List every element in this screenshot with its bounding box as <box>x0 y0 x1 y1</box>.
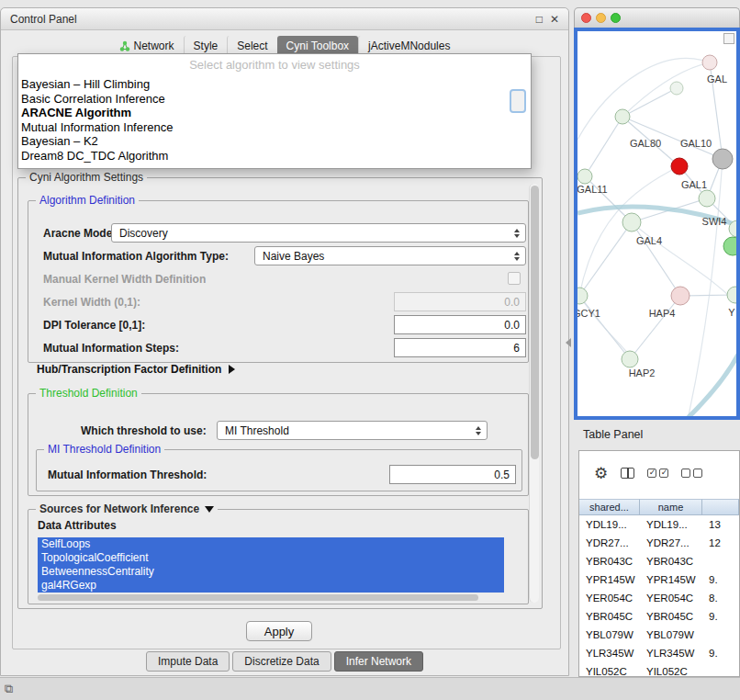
mi-type-select[interactable]: Naive Bayes <box>254 246 526 265</box>
which-threshold-select[interactable]: MI Threshold <box>217 421 488 440</box>
column-header[interactable]: shared... <box>579 499 640 515</box>
close-traffic-light-icon[interactable] <box>581 13 591 23</box>
aracne-mode-select[interactable]: Discovery <box>111 223 526 243</box>
network-node[interactable] <box>712 149 733 169</box>
table-cell: YLR345W <box>579 644 640 662</box>
tab-infer-network[interactable]: Infer Network <box>334 651 423 672</box>
algorithm-option[interactable]: ARACNE Algorithm <box>18 106 531 120</box>
spinner-arrows-icon <box>514 252 520 261</box>
scrollbar-thumb[interactable] <box>531 186 539 459</box>
dpi-tolerance-field[interactable] <box>394 315 526 334</box>
control-panel: Control Panel □ ✕ NetworkStyleSelectCyni… <box>0 7 569 676</box>
sources-header[interactable]: Sources for Network Inference <box>36 502 218 515</box>
deselect-all-icon[interactable] <box>681 469 702 478</box>
network-node[interactable] <box>577 169 592 184</box>
hub-section-label: Hub/Transcription Factor Definition <box>37 363 221 376</box>
network-node[interactable] <box>671 287 690 305</box>
splitpane-toggle-icon[interactable] <box>566 338 571 347</box>
attribute-list: SelfLoopsTopologicalCoefficientBetweenne… <box>38 537 504 593</box>
column-header[interactable] <box>702 499 739 515</box>
algorithm-option[interactable]: Bayesian – Hill Climbing <box>18 77 531 92</box>
table-row[interactable]: YBL079WYBL079W <box>579 626 739 644</box>
obscured-spinner-fragment <box>510 89 526 113</box>
network-node[interactable] <box>622 213 641 231</box>
algorithm-definition-group: Algorithm Definition Aracne Mode: Discov… <box>28 200 529 363</box>
spinner-arrows-icon <box>476 426 481 435</box>
bottom-tabbar: Impute DataDiscretize DataInfer Network <box>1 651 568 672</box>
aracne-mode-label: Aracne Mode: <box>43 227 116 240</box>
table-cell: YIL052C <box>640 662 702 677</box>
columns-icon[interactable] <box>621 468 634 479</box>
mi-steps-field[interactable] <box>394 338 526 357</box>
select-all-icon[interactable] <box>647 469 668 478</box>
algorithm-option[interactable]: Dream8 DC_TDC Algorithm <box>18 149 531 164</box>
threshold-definition-title: Threshold Definition <box>36 387 141 400</box>
gear-icon[interactable]: ⚙ <box>594 466 608 481</box>
network-view-window: GALGAL80GAL10GAL11GAL1SWI4GAL4GCY1HAP4YH… <box>574 7 740 420</box>
network-canvas[interactable]: GALGAL80GAL10GAL11GAL1SWI4GAL4GCY1HAP4YH… <box>574 28 740 420</box>
network-node[interactable] <box>622 351 638 367</box>
network-window-titlebar <box>574 7 740 28</box>
attribute-item[interactable]: BetweennessCentrality <box>38 565 504 579</box>
node-label: Y <box>728 307 735 318</box>
network-node[interactable] <box>615 109 630 124</box>
network-node[interactable] <box>723 237 736 255</box>
hub-section-header[interactable]: Hub/Transcription Factor Definition <box>37 363 235 376</box>
table-cell: 13 <box>702 515 739 534</box>
network-node[interactable] <box>702 55 717 70</box>
close-window-icon[interactable]: ✕ <box>550 13 559 26</box>
table-row[interactable]: YBR045CYBR045C9. <box>579 607 739 626</box>
attribute-list-hscrollbar[interactable] <box>38 594 478 601</box>
zoom-traffic-light-icon[interactable] <box>611 13 621 23</box>
tab-label: Style <box>194 40 219 52</box>
table-row[interactable]: YER054CYER054C8. <box>579 589 739 607</box>
network-node[interactable] <box>577 288 588 304</box>
table-cell: YLR345W <box>640 644 702 662</box>
minimize-traffic-light-icon[interactable] <box>596 13 606 23</box>
float-window-icon[interactable]: □ <box>536 13 543 26</box>
table-row[interactable]: YDL19...YDL19...13 <box>579 515 739 534</box>
tab-label: Select <box>237 40 267 52</box>
node-label: GAL1 <box>681 179 707 190</box>
tab-impute-data[interactable]: Impute Data <box>146 651 230 672</box>
network-edge <box>632 222 680 296</box>
table-cell: YPR145W <box>640 570 702 589</box>
table-row[interactable]: YDR27...YDR27...12 <box>579 534 739 552</box>
mi-threshold-title: MI Threshold Definition <box>44 443 164 456</box>
apply-button[interactable]: Apply <box>246 621 312 641</box>
network-node[interactable] <box>727 287 736 303</box>
algorithm-definition-title: Algorithm Definition <box>36 194 139 207</box>
settings-scrollbar[interactable] <box>529 184 539 603</box>
which-threshold-value: MI Threshold <box>225 424 289 437</box>
column-header[interactable]: name <box>640 499 702 515</box>
node-label: GCY1 <box>577 308 600 319</box>
network-node[interactable] <box>699 190 715 207</box>
restore-panel-icon[interactable]: ⧉ <box>5 682 13 696</box>
table-row[interactable]: YIL052CYIL052C <box>579 662 739 677</box>
control-panel-titlebar: Control Panel □ ✕ <box>1 8 568 30</box>
tab-discretize-data[interactable]: Discretize Data <box>232 651 331 672</box>
table-row[interactable]: YPR145WYPR145W9. <box>579 570 739 589</box>
table-row[interactable]: YLR345WYLR345W9. <box>579 644 739 662</box>
table-cell: YBL079W <box>640 626 702 644</box>
table-row[interactable]: YBR043CYBR043C <box>579 552 739 570</box>
attribute-item[interactable]: TopologicalCoefficient <box>38 551 504 565</box>
tab-label: Network <box>134 40 174 52</box>
algorithm-option[interactable]: Basic Correlation Inference <box>18 92 531 107</box>
table-cell: YBR045C <box>579 607 640 626</box>
algorithm-option[interactable]: Bayesian – K2 <box>18 134 531 149</box>
table-cell: YDL19... <box>640 515 702 534</box>
network-node[interactable] <box>671 158 688 175</box>
table-cell: YDR27... <box>640 534 702 552</box>
table-cell: YBR043C <box>640 552 702 570</box>
attribute-item[interactable]: gal4RGexp <box>38 579 504 593</box>
sources-group: Sources for Network Inference Data Attri… <box>28 509 529 604</box>
attribute-item[interactable]: SelfLoops <box>38 537 504 551</box>
collapse-arrow-icon <box>205 506 214 513</box>
network-node[interactable] <box>670 82 683 95</box>
algorithm-option[interactable]: Mutual Information Inference <box>18 120 531 135</box>
dpi-tolerance-label: DPI Tolerance [0,1]: <box>43 319 145 332</box>
manual-kernel-checkbox <box>508 272 521 285</box>
mi-threshold-field[interactable] <box>389 465 516 484</box>
table-cell: 8. <box>702 589 739 607</box>
